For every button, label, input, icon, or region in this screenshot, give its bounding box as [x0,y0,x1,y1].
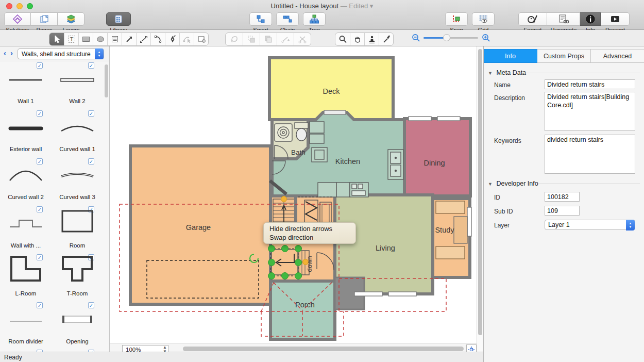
library-selector[interactable]: Walls, shell and structure ▲▼ [18,48,104,59]
view-tools-group [335,32,394,46]
shape-checkbox[interactable]: ✓ [88,110,94,117]
zoom-slider-knob[interactable] [443,34,450,41]
text-tool-icon: T [67,35,76,44]
pen-tool[interactable] [165,33,179,45]
shape-preview-wall-with[interactable] [0,217,52,230]
developer-info-header[interactable]: ▼ Developer Info [488,180,538,187]
pen-icon [168,35,177,44]
zoom-tool[interactable] [335,33,350,45]
tab-info[interactable]: Info [484,49,537,63]
drawing-toolbar: T [0,30,644,46]
room-dining[interactable] [404,119,470,196]
shape-label: L-Room [0,290,52,297]
shape-preview-curved-wall1[interactable] [52,122,103,135]
horizontal-scrollbar[interactable] [183,347,464,351]
select-tool[interactable] [49,33,64,45]
layer-label: Layer [494,222,510,229]
shape-preview-curved-wall3[interactable] [52,168,103,182]
forward-chevron-icon[interactable]: › [10,48,13,57]
node-cursor-icon [182,35,192,44]
line-icon [139,35,148,44]
layer-select[interactable]: Layer 1 ▲▼ [545,220,635,230]
eyedropper-tool[interactable] [379,33,393,45]
inspector-panel: Info Custom Props Advanced ▼ Meta Data N… [483,46,644,362]
zoom-out-icon[interactable] [411,33,420,42]
draw-tools-group: T [49,32,209,46]
deck-label: Deck [323,87,340,95]
solutions-button[interactable] [4,12,31,26]
status-text: Ready [4,354,22,361]
group-tool-disabled [243,33,260,45]
text-block-tool[interactable] [107,33,122,45]
shape-checkbox[interactable]: ✓ [88,302,94,308]
shape-preview-room-divider[interactable] [0,315,52,328]
vertical-scrollbar-track[interactable] [477,46,483,356]
disclosure-triangle-icon[interactable]: ▼ [488,182,493,187]
section-divider [524,73,640,73]
pages-button[interactable] [31,12,58,26]
shape-checkbox[interactable]: ✓ [37,158,43,164]
ungroup-tool-disabled [260,33,277,45]
library-sidebar: ‹ › Walls, shell and structure ▲▼ ✓ ✓ Wa… [0,46,110,352]
smart-icon [256,14,266,24]
present-button[interactable] [601,12,630,26]
shape-checkbox[interactable]: ✓ [88,62,94,69]
shape-checkbox[interactable]: ✓ [37,206,43,212]
drawing-canvas[interactable]: Deck Bath Kitchen Dining Garage Study Li… [110,46,483,356]
shape-preview-room[interactable] [52,215,103,228]
line-tool[interactable] [136,33,150,45]
shape-checkbox[interactable]: ✓ [37,62,43,69]
pan-tool[interactable] [350,33,364,45]
shape-preview-l-room[interactable] [0,262,52,275]
shape-checkbox[interactable]: ✓ [37,302,43,308]
sidebar-scrollbar[interactable] [105,64,108,97]
meta-data-header[interactable]: ▼ Meta Data [488,69,526,76]
hypernote-button[interactable] [547,12,580,26]
zoom-slider-track[interactable] [423,37,478,39]
keywords-field[interactable]: divided return stairs [545,135,635,174]
format-button[interactable] [518,12,547,26]
inspector-tabs: Info Custom Props Advanced [484,49,644,63]
layers-button[interactable] [58,12,84,26]
text-tool[interactable]: T [64,33,78,45]
node-edit-tool[interactable] [179,33,194,45]
stamp-tool[interactable] [364,33,379,45]
shape-anchor-icon [197,35,206,44]
zoom-in-icon[interactable] [481,33,490,42]
description-field[interactable]: Divided return stairs[Building Core.cdl] [545,92,635,131]
info-button[interactable] [580,12,601,26]
shape-checkbox[interactable]: ✓ [88,158,94,164]
window-title: Untitled - House layout — Edited ▾ [0,2,644,10]
tab-advanced[interactable]: Advanced [591,49,644,63]
description-label: Description [494,94,525,102]
shape-preview-exterior-wall[interactable] [0,122,52,135]
curve-tool[interactable] [150,33,165,45]
shape-anchor-tool[interactable] [194,33,208,45]
arrow-tool[interactable] [122,33,136,45]
menu-item-swap-direction[interactable]: Swap direction [264,233,355,242]
modify-tools-group [225,32,311,46]
shape-checkbox[interactable]: ✓ [37,110,43,117]
subid-field[interactable] [545,206,580,216]
back-chevron-icon[interactable]: ‹ [4,48,6,57]
shape-label: Wall with ... [0,242,52,249]
name-field[interactable] [545,79,635,89]
shape-preview-wall2[interactable] [52,73,103,87]
grid-icon [478,14,488,24]
vertical-scrollbar-thumb[interactable] [478,49,482,335]
ellipse-tool[interactable] [93,33,107,45]
shape-preview-opening[interactable] [52,312,103,326]
shape-preview-wall1[interactable] [0,73,52,87]
line-plus-icon [281,35,290,44]
solutions-icon [12,14,23,24]
id-field[interactable] [545,192,580,202]
shape-preview-curved-wall2[interactable] [0,168,52,182]
rectangle-tool[interactable] [78,33,93,45]
menu-item-hide-direction-arrows[interactable]: Hide direction arrows [264,224,355,233]
shape-preview-t-room[interactable] [52,262,103,275]
hand-icon [353,35,362,44]
stamp-icon [367,35,377,44]
tab-custom-props[interactable]: Custom Props [537,49,591,63]
disclosure-triangle-icon[interactable]: ▼ [488,71,493,76]
direction-handle-top[interactable] [281,196,287,202]
